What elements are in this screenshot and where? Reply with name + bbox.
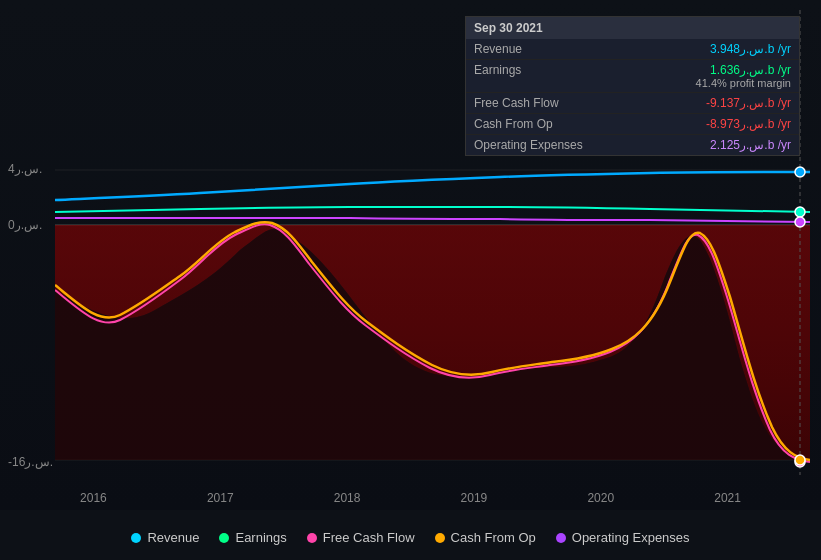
legend-label-opex: Operating Expenses [572,530,690,545]
legend-dot-fcf [307,533,317,543]
tooltip-earnings-row: Earnings 1.636س.ر.b /yr 41.4% profit mar… [466,60,799,93]
chart-legend: Revenue Earnings Free Cash Flow Cash Fro… [0,530,821,545]
tooltip-fcf-row: Free Cash Flow -9.137س.ر.b /yr [466,93,799,114]
legend-revenue[interactable]: Revenue [131,530,199,545]
legend-label-revenue: Revenue [147,530,199,545]
tooltip-cfo-row: Cash From Op -8.973س.ر.b /yr [466,114,799,135]
fcf-value: -9.137س.ر.b /yr [706,96,791,110]
x-label-2017: 2017 [207,491,234,505]
chart-container: Sep 30 2021 Revenue 3.948س.ر.b /yr Earni… [0,0,821,560]
y-label-top: 4س.ر. [8,162,16,176]
x-label-2019: 2019 [461,491,488,505]
x-label-2020: 2020 [587,491,614,505]
cfo-label: Cash From Op [474,117,553,131]
earnings-label: Earnings [474,63,521,89]
legend-fcf[interactable]: Free Cash Flow [307,530,415,545]
svg-point-7 [795,167,805,177]
tooltip-date: Sep 30 2021 [466,17,799,39]
legend-dot-opex [556,533,566,543]
revenue-label: Revenue [474,42,522,56]
earnings-value: 1.636س.ر.b /yr [696,63,791,77]
legend-earnings[interactable]: Earnings [219,530,286,545]
svg-point-11 [795,217,805,227]
revenue-value: 3.948س.ر.b /yr [710,42,791,56]
legend-label-cfo: Cash From Op [451,530,536,545]
legend-label-fcf: Free Cash Flow [323,530,415,545]
legend-opex[interactable]: Operating Expenses [556,530,690,545]
tooltip-revenue-row: Revenue 3.948س.ر.b /yr [466,39,799,60]
fcf-label: Free Cash Flow [474,96,559,110]
opex-label: Operating Expenses [474,138,583,152]
tooltip-opex-row: Operating Expenses 2.125س.ر.b /yr [466,135,799,155]
opex-value: 2.125س.ر.b /yr [710,138,791,152]
y-label-mid: 0س.ر. [8,218,16,232]
legend-dot-earnings [219,533,229,543]
x-label-2016: 2016 [80,491,107,505]
legend-label-earnings: Earnings [235,530,286,545]
legend-dot-revenue [131,533,141,543]
legend-dot-cfo [435,533,445,543]
tooltip-box: Sep 30 2021 Revenue 3.948س.ر.b /yr Earni… [465,16,800,156]
profit-margin: 41.4% profit margin [696,77,791,89]
y-label-bot: -16س.ر. [8,455,16,469]
cfo-value: -8.973س.ر.b /yr [706,117,791,131]
svg-point-10 [795,455,805,465]
legend-cfo[interactable]: Cash From Op [435,530,536,545]
x-axis: 2016 2017 2018 2019 2020 2021 [0,491,821,505]
x-label-2018: 2018 [334,491,361,505]
svg-point-8 [795,207,805,217]
x-label-2021: 2021 [714,491,741,505]
